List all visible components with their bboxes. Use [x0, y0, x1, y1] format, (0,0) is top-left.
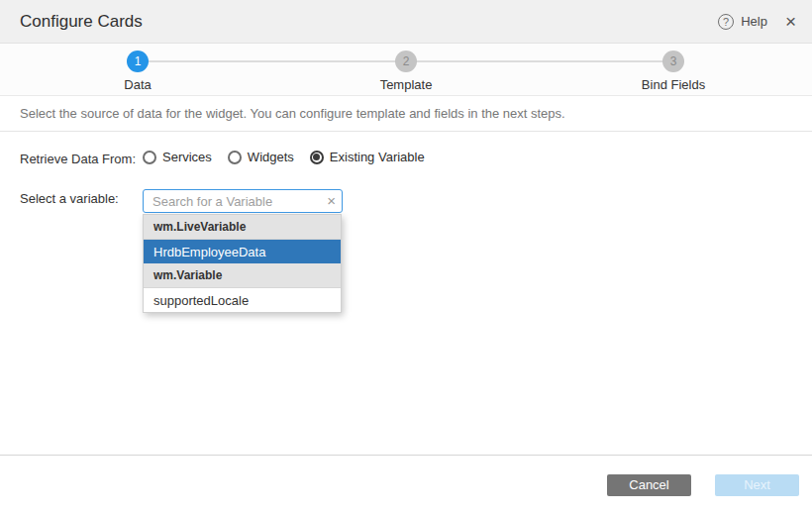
variable-search-box: ×	[143, 189, 343, 213]
retrieve-data-row: Retrieve Data From: Services Widgets Exi…	[20, 150, 792, 166]
variable-select: × wm.LiveVariable HrdbEmployeeData wm.Va…	[143, 189, 343, 313]
radio-services[interactable]: Services	[143, 150, 212, 164]
step-description: Select the source of data for the widget…	[0, 96, 812, 132]
step-template[interactable]: 2 Template	[347, 51, 465, 92]
step-1-circle: 1	[127, 51, 149, 72]
data-source-radio-group: Services Widgets Existing Variable	[143, 150, 425, 164]
help-label: Help	[741, 14, 767, 29]
radio-services-label: Services	[162, 150, 212, 164]
step-bind-fields[interactable]: 3 Bind Fields	[614, 51, 733, 92]
radio-existing-variable-label: Existing Variable	[330, 150, 425, 164]
step-3-circle: 3	[662, 51, 684, 72]
dropdown-group-header: wm.Variable	[144, 263, 341, 288]
radio-circle-icon	[310, 151, 324, 164]
select-variable-label: Select a variable:	[20, 189, 143, 206]
dropdown-option-supportedlocale[interactable]: supportedLocale	[144, 288, 341, 312]
configure-cards-dialog: Configure Cards ? Help × 1 Data 2 Templa…	[0, 0, 812, 514]
variable-search-input[interactable]	[143, 189, 343, 213]
step-2-circle: 2	[395, 51, 417, 72]
help-button[interactable]: ? Help	[718, 14, 767, 30]
radio-circle-icon	[143, 151, 156, 164]
radio-widgets[interactable]: Widgets	[228, 150, 294, 164]
next-button[interactable]: Next	[715, 474, 799, 496]
step-data[interactable]: 1 Data	[78, 51, 197, 92]
radio-circle-icon	[228, 151, 242, 164]
radio-widgets-label: Widgets	[248, 150, 294, 164]
radio-existing-variable[interactable]: Existing Variable	[310, 150, 425, 164]
header-actions: ? Help ×	[718, 12, 796, 31]
help-icon: ?	[718, 14, 734, 30]
step-3-label: Bind Fields	[614, 77, 733, 92]
select-variable-row: Select a variable: × wm.LiveVariable Hrd…	[20, 189, 792, 313]
cancel-button[interactable]: Cancel	[607, 474, 691, 496]
data-source-form: Retrieve Data From: Services Widgets Exi…	[0, 132, 812, 313]
wizard-stepper: 1 Data 2 Template 3 Bind Fields	[0, 44, 812, 96]
clear-search-icon[interactable]: ×	[327, 192, 336, 209]
dialog-footer: Cancel Next	[0, 455, 812, 514]
close-icon[interactable]: ×	[785, 12, 796, 31]
dialog-header: Configure Cards ? Help ×	[0, 0, 812, 44]
step-2-label: Template	[347, 77, 465, 92]
dropdown-option-hrdbemployeedata[interactable]: HrdbEmployeeData	[144, 240, 341, 263]
dialog-title: Configure Cards	[20, 12, 718, 32]
step-1-label: Data	[78, 77, 197, 92]
retrieve-data-label: Retrieve Data From:	[20, 150, 143, 166]
dropdown-group-header: wm.LiveVariable	[144, 215, 341, 240]
variable-dropdown-list: wm.LiveVariable HrdbEmployeeData wm.Vari…	[143, 214, 342, 313]
